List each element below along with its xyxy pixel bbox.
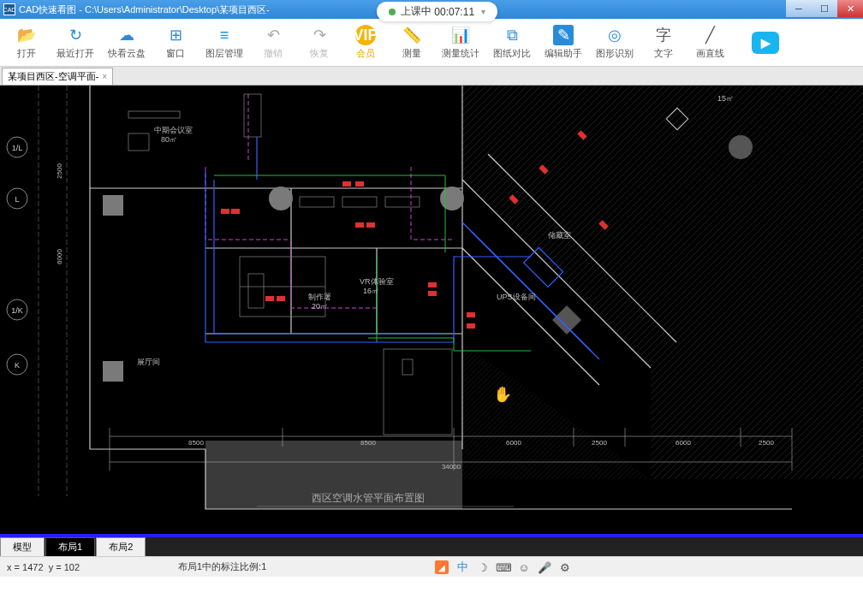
stats-button[interactable]: 📊测量统计 xyxy=(435,21,486,64)
stats-icon: 📊 xyxy=(450,25,471,45)
live-time: 00:07:11 xyxy=(434,6,474,18)
drawing-canvas[interactable]: 1/L L 1/K K xyxy=(0,86,863,577)
measure-label: 测量 xyxy=(402,47,421,60)
svg-text:8500: 8500 xyxy=(188,439,204,447)
cloud-icon: ☁ xyxy=(116,25,137,45)
cloud-button[interactable]: ☁快看云盘 xyxy=(101,21,152,64)
svg-rect-34 xyxy=(342,181,351,187)
tab-close-icon[interactable]: × xyxy=(102,72,107,81)
svg-text:K: K xyxy=(15,361,20,370)
text-label: 文字 xyxy=(654,47,673,60)
tray-moon-icon[interactable]: ☽ xyxy=(476,560,490,574)
layers-icon: ≡ xyxy=(214,25,235,45)
svg-text:16㎡: 16㎡ xyxy=(363,287,379,295)
tray-cn-icon[interactable]: 中 xyxy=(455,560,469,574)
recent-button[interactable]: ↻最近打开 xyxy=(50,21,101,64)
layout-tab-bar: 模型 布局1 布局2 xyxy=(0,537,863,556)
coord-y: 102 xyxy=(64,562,80,572)
line-icon: ╱ xyxy=(699,25,720,45)
tray-gear-icon[interactable]: ⚙ xyxy=(558,560,572,574)
line-button[interactable]: ╱画直线 xyxy=(687,21,733,64)
document-tab[interactable]: 某项目西区-空调平面- × xyxy=(2,68,113,85)
tencent-classroom-logo: ▶ 腾讯课堂 xyxy=(752,31,853,54)
layout1-tab[interactable]: 布局1 xyxy=(45,537,95,556)
svg-text:20㎡: 20㎡ xyxy=(312,302,328,311)
svg-rect-17 xyxy=(552,305,581,335)
brand-text: 腾讯课堂 xyxy=(784,31,853,54)
edit-helper-button[interactable]: ✎编辑助手 xyxy=(538,21,589,64)
tray-keyboard-icon[interactable]: ⌨ xyxy=(497,560,510,574)
svg-rect-39 xyxy=(428,291,437,296)
undo-icon: ↶ xyxy=(263,25,283,45)
vip-button[interactable]: VIP会员 xyxy=(342,21,389,64)
svg-text:中期会议室: 中期会议室 xyxy=(154,126,193,134)
tray-smile-icon[interactable]: ☺ xyxy=(517,560,531,574)
minimize-button[interactable]: ─ xyxy=(786,0,812,17)
svg-rect-35 xyxy=(355,181,364,187)
svg-rect-25 xyxy=(385,197,420,207)
compare-label: 图纸对比 xyxy=(493,47,531,60)
redo-icon: ↷ xyxy=(309,25,330,45)
window-icon: ⊞ xyxy=(165,25,186,45)
recognize-icon: ◎ xyxy=(604,25,625,45)
window-controls: ─ ☐ ✕ xyxy=(786,0,863,17)
edit-icon: ✎ xyxy=(553,25,574,45)
main-toolbar: 📂打开 ↻最近打开 ☁快看云盘 ⊞窗口 ≡图层管理 ↶撤销 ↷恢复 VIP会员 … xyxy=(0,19,863,67)
coord-x: 1472 xyxy=(22,562,43,572)
svg-rect-21 xyxy=(128,111,180,118)
cad-drawing: 1/L L 1/K K xyxy=(0,86,863,577)
vip-label: 会员 xyxy=(356,47,375,60)
edit-label: 编辑助手 xyxy=(545,47,582,60)
redo-label: 恢复 xyxy=(310,47,329,60)
open-button[interactable]: 📂打开 xyxy=(3,21,50,64)
status-tray: ◢ 中 ☽ ⌨ ☺ 🎤 ⚙ xyxy=(435,560,572,574)
line-label: 画直线 xyxy=(696,47,724,60)
tray-mic-icon[interactable]: 🎤 xyxy=(538,560,551,574)
measure-button[interactable]: 📏测量 xyxy=(389,21,435,64)
svg-rect-13 xyxy=(103,195,123,216)
drawing-title: 西区空调水管平面布置图 xyxy=(312,492,425,504)
tray-app-icon[interactable]: ◢ xyxy=(435,560,449,574)
play-icon: ▶ xyxy=(752,32,779,54)
recog-label: 图形识别 xyxy=(596,47,634,60)
svg-rect-41 xyxy=(467,323,475,329)
live-label: 上课中 xyxy=(401,4,432,19)
undo-label: 撤销 xyxy=(264,47,283,60)
svg-rect-33 xyxy=(231,209,240,214)
svg-rect-32 xyxy=(221,209,229,214)
live-session-pill[interactable]: 上课中 00:07:11 ▾ xyxy=(377,2,497,21)
svg-rect-38 xyxy=(428,282,437,287)
svg-rect-46 xyxy=(265,296,274,301)
recent-label: 最近打开 xyxy=(57,47,94,60)
close-button[interactable]: ✕ xyxy=(837,0,863,17)
coordinates-readout: x = 1472 y = 102 xyxy=(7,562,178,572)
vip-badge-icon: VIP xyxy=(355,25,376,45)
model-tab[interactable]: 模型 xyxy=(0,537,45,556)
open-label: 打开 xyxy=(17,47,36,60)
redo-button[interactable]: ↷恢复 xyxy=(296,21,342,64)
svg-rect-22 xyxy=(128,133,149,151)
svg-rect-30 xyxy=(402,359,413,375)
window-button[interactable]: ⊞窗口 xyxy=(152,21,199,64)
svg-text:8500: 8500 xyxy=(360,439,376,447)
window-title: CAD快速看图 - C:\Users\Administrator\Desktop… xyxy=(19,3,270,16)
text-icon: 字 xyxy=(653,25,674,45)
text-button[interactable]: 字文字 xyxy=(640,21,687,64)
folder-open-icon: 📂 xyxy=(16,25,37,45)
svg-text:储藏室: 储藏室 xyxy=(548,231,571,240)
recognize-button[interactable]: ◎图形识别 xyxy=(589,21,640,64)
svg-point-16 xyxy=(440,187,464,210)
svg-rect-28 xyxy=(248,274,264,308)
svg-point-19 xyxy=(729,135,753,159)
compare-button[interactable]: ⧉图纸对比 xyxy=(486,21,538,64)
undo-button[interactable]: ↶撤销 xyxy=(250,21,296,64)
svg-rect-47 xyxy=(277,296,285,301)
layers-button[interactable]: ≡图层管理 xyxy=(199,21,250,64)
maximize-button[interactable]: ☐ xyxy=(812,0,837,17)
svg-text:展厅间: 展厅间 xyxy=(137,358,160,366)
layout2-tab[interactable]: 布局2 xyxy=(96,537,146,556)
svg-text:VR体验室: VR体验室 xyxy=(360,277,394,286)
svg-text:1/K: 1/K xyxy=(11,306,23,315)
layers-label: 图层管理 xyxy=(205,47,243,60)
svg-marker-2 xyxy=(462,342,651,479)
